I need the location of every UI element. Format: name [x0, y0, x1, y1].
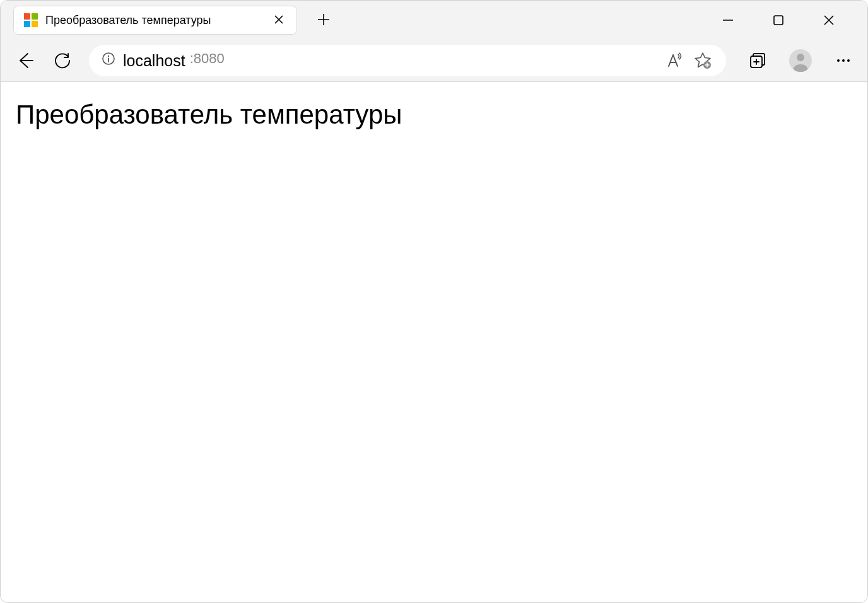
- svg-point-5: [797, 54, 804, 61]
- page-content: Преобразователь температуры: [1, 82, 867, 148]
- more-options-button[interactable]: [832, 49, 855, 72]
- address-bar[interactable]: localhost :8080: [89, 45, 726, 76]
- svg-point-2: [108, 56, 109, 57]
- close-tab-button[interactable]: [271, 12, 286, 28]
- back-button[interactable]: [13, 49, 36, 72]
- maximize-button[interactable]: [769, 11, 788, 30]
- site-info-icon[interactable]: [102, 52, 115, 69]
- refresh-button[interactable]: [51, 49, 74, 72]
- page-heading: Преобразователь температуры: [16, 100, 852, 130]
- url-host: localhost: [123, 52, 185, 70]
- profile-button[interactable]: [789, 49, 812, 72]
- toolbar: localhost :8080: [1, 40, 867, 81]
- tab-title: Преобразователь температуры: [45, 14, 264, 27]
- svg-rect-0: [774, 16, 783, 25]
- browser-chrome: Преобразователь температуры: [1, 1, 867, 82]
- svg-point-7: [842, 59, 845, 62]
- collections-button[interactable]: [746, 49, 769, 72]
- svg-point-6: [837, 59, 840, 62]
- toolbar-right: [746, 49, 855, 72]
- window-controls: [718, 11, 861, 30]
- tab-bar: Преобразователь температуры: [1, 1, 867, 40]
- read-aloud-button[interactable]: [663, 50, 684, 71]
- microsoft-favicon-icon: [24, 13, 38, 27]
- minimize-button[interactable]: [718, 11, 737, 30]
- new-tab-button[interactable]: [312, 9, 335, 31]
- browser-tab[interactable]: Преобразователь температуры: [13, 6, 297, 35]
- svg-point-8: [847, 59, 850, 62]
- favorites-button[interactable]: [692, 50, 713, 71]
- window-close-button[interactable]: [819, 11, 838, 30]
- url-port: :8080: [190, 50, 225, 67]
